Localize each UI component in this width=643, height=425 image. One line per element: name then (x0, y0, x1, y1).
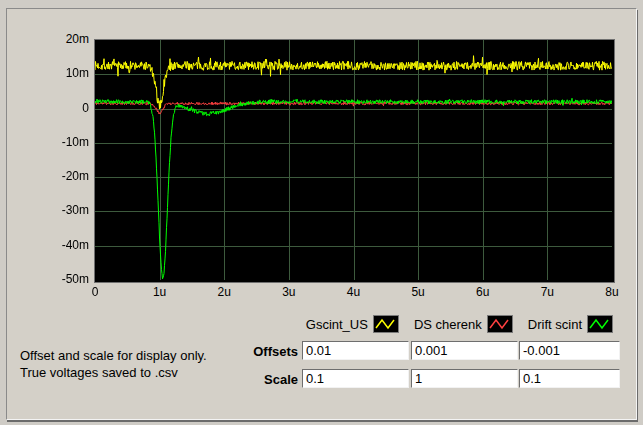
y-tick-label: -10m (43, 135, 89, 150)
y-tick-label: 10m (43, 66, 89, 81)
x-tick-label: 8u (594, 285, 630, 300)
waveform-graph[interactable] (94, 39, 615, 283)
legend-item-drift-scint[interactable]: Drift scint (528, 315, 613, 333)
waveform-sample-icon[interactable] (487, 315, 513, 333)
x-tick-label: 0 (77, 285, 113, 300)
legend-item-ds-cherenk[interactable]: DS cherenk (414, 315, 513, 333)
offset-input-gscint-us[interactable] (302, 341, 409, 360)
scale-input-gscint-us[interactable] (302, 369, 409, 388)
legend-label: DS cherenk (414, 317, 482, 332)
x-tick-label: 2u (206, 285, 242, 300)
x-tick-label: 4u (336, 285, 372, 300)
x-tick-label: 6u (465, 285, 501, 300)
x-tick-label: 5u (400, 285, 436, 300)
note-line-2: True voltages saved to .csv (20, 364, 207, 381)
x-tick-label: 3u (271, 285, 307, 300)
y-tick-label: -20m (43, 169, 89, 184)
plot-legend: Gscint_US DS cherenk Drift scint (288, 313, 613, 335)
scale-input-ds-cherenk[interactable] (411, 369, 518, 388)
scale-input-drift-scint[interactable] (519, 369, 620, 388)
scale-label: Scale (188, 372, 298, 387)
display-note: Offset and scale for display only. True … (20, 347, 207, 381)
waveform-sample-icon[interactable] (373, 315, 399, 333)
waveform-plot-canvas[interactable] (95, 40, 612, 280)
legend-item-gscint-us[interactable]: Gscint_US (306, 315, 399, 333)
note-line-1: Offset and scale for display only. (20, 347, 207, 364)
x-tick-label: 1u (142, 285, 178, 300)
legend-label: Drift scint (528, 317, 582, 332)
y-tick-label: -30m (43, 203, 89, 218)
y-tick-label: 20m (43, 32, 89, 47)
offsets-label: Offsets (188, 344, 298, 359)
waveform-sample-icon[interactable] (587, 315, 613, 333)
legend-label: Gscint_US (306, 317, 368, 332)
offset-input-drift-scint[interactable] (519, 341, 620, 360)
y-tick-label: -40m (43, 238, 89, 253)
x-tick-label: 7u (529, 285, 565, 300)
y-tick-label: 0 (43, 101, 89, 116)
offset-input-ds-cherenk[interactable] (411, 341, 518, 360)
